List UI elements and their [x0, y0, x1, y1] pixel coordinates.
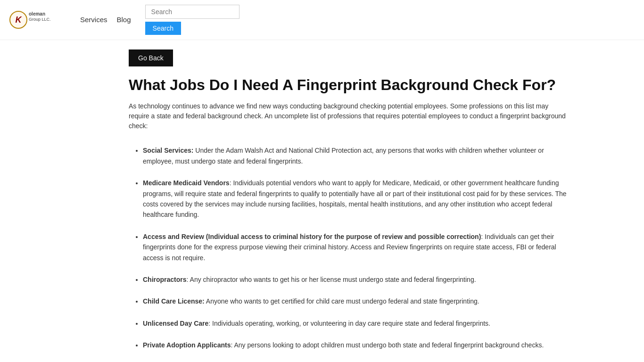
- go-back-button[interactable]: Go Back: [129, 49, 173, 66]
- item-title: Social Services:: [143, 147, 193, 154]
- item-title: Access and Review (Individual access to …: [143, 233, 481, 240]
- brand-text: oleman Group LLC.: [29, 11, 51, 23]
- item-title: Unlicensed Day Care: [143, 320, 208, 327]
- nav-services[interactable]: Services: [80, 15, 107, 25]
- item-body: Anyone who wants to get certified for ch…: [205, 297, 479, 305]
- page-title: What Jobs Do I Need A Fingerprint Backgr…: [129, 76, 567, 94]
- list-item: Chiropractors: Any chiropractor who want…: [143, 274, 567, 285]
- list-item: Child Care License: Anyone who wants to …: [143, 296, 567, 306]
- search-button[interactable]: Search: [145, 22, 181, 35]
- item-title: Chiropractors: [143, 276, 187, 283]
- main-content: Go Back What Jobs Do I Need A Fingerprin…: [63, 40, 581, 362]
- list-item: Unlicensed Day Care: Individuals operati…: [143, 318, 567, 329]
- item-body: : Any persons looking to adopt children …: [231, 341, 544, 349]
- nav-blog[interactable]: Blog: [117, 15, 131, 25]
- brand-name-line1: oleman: [29, 11, 51, 17]
- list-item: Medicare Medicaid Vendors: Individuals p…: [143, 178, 567, 220]
- search-area: Search: [145, 5, 239, 35]
- intro-paragraph: As technology continues to advance we fi…: [129, 101, 567, 131]
- item-body: : Any chiropractor who wants to get his …: [187, 276, 476, 283]
- item-title: Child Care License:: [143, 297, 205, 305]
- brand-name-line2: Group LLC.: [29, 17, 51, 23]
- search-input[interactable]: [145, 5, 239, 19]
- profession-list: Social Services: Under the Adam Walsh Ac…: [129, 145, 567, 350]
- list-item: Access and Review (Individual access to …: [143, 231, 567, 263]
- item-body: Under the Adam Walsh Act and National Ch…: [143, 147, 544, 165]
- logo: K oleman Group LLC.: [9, 11, 51, 29]
- item-title: Private Adoption Applicants: [143, 341, 231, 349]
- list-item: Private Adoption Applicants: Any persons…: [143, 340, 567, 350]
- item-body: : Individuals operating, working, or vol…: [208, 320, 490, 327]
- item-title: Medicare Medicaid Vendors: [143, 179, 230, 187]
- site-header: K oleman Group LLC. Services Blog Search: [0, 0, 644, 40]
- logo-area: K oleman Group LLC.: [9, 11, 66, 29]
- list-item: Social Services: Under the Adam Walsh Ac…: [143, 145, 567, 166]
- logo-icon: K: [9, 11, 27, 29]
- main-nav: Services Blog: [80, 15, 131, 25]
